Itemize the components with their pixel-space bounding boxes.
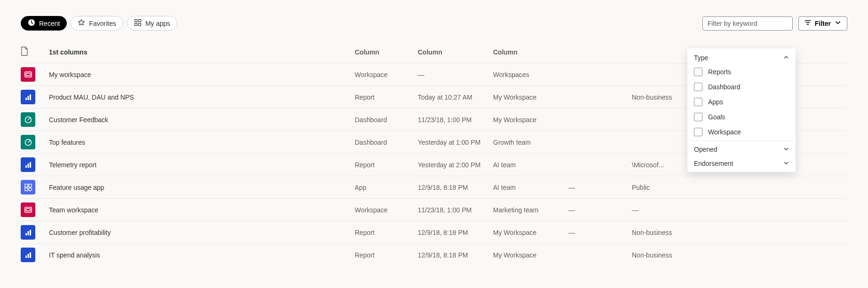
clock-icon xyxy=(28,19,35,28)
svg-rect-23 xyxy=(25,233,27,235)
filter-button[interactable]: Filter xyxy=(798,16,847,31)
right-controls: Filter xyxy=(702,16,847,31)
row-type: Report xyxy=(355,86,418,109)
row-type: Report xyxy=(355,244,418,266)
filter-section-type[interactable]: Type xyxy=(687,50,796,64)
filter-section-label: Endorsement xyxy=(694,160,733,167)
filter-type-option[interactable]: Dashboard xyxy=(687,79,796,94)
checkbox[interactable] xyxy=(694,68,702,76)
row-type: Workspace xyxy=(355,199,418,221)
chevron-down-icon xyxy=(783,160,789,167)
table-row[interactable]: Team workspace Workspace 11/23/18, 1:00 … xyxy=(21,199,847,221)
table-row[interactable]: Feature usage app App 12/9/18, 8:18 PM A… xyxy=(21,176,847,199)
row-icon-cell xyxy=(21,221,49,244)
svg-rect-9 xyxy=(26,73,30,76)
svg-rect-26 xyxy=(25,256,27,258)
row-name[interactable]: Team workspace xyxy=(49,199,355,221)
row-time: Today at 10:27 AM xyxy=(418,86,493,109)
row-time: 11/23/18, 1:00 PM xyxy=(418,109,493,131)
search-input[interactable] xyxy=(702,16,793,31)
filter-option-label: Reports xyxy=(708,68,731,76)
checkbox[interactable] xyxy=(694,83,702,91)
row-name[interactable]: Telemetry report xyxy=(49,154,355,176)
report-icon xyxy=(21,248,35,262)
row-endorsement xyxy=(568,154,632,176)
filter-section-endorsement[interactable]: Endorsement xyxy=(687,156,796,170)
svg-rect-11 xyxy=(27,96,29,100)
svg-rect-3 xyxy=(135,23,137,26)
chevron-up-icon xyxy=(783,54,789,62)
filter-type-option[interactable]: Goals xyxy=(687,109,796,125)
row-type: Report xyxy=(355,221,418,244)
report-icon xyxy=(21,157,35,172)
filter-type-option[interactable]: Workspace xyxy=(687,125,796,140)
dashboard-icon xyxy=(21,135,35,149)
svg-rect-24 xyxy=(27,231,29,235)
svg-rect-16 xyxy=(27,163,29,168)
row-location: AI team xyxy=(493,176,568,199)
table-row[interactable]: IT spend analysis Report 12/9/18, 8:18 P… xyxy=(21,244,847,266)
row-name[interactable]: IT spend analysis xyxy=(49,244,355,266)
checkbox[interactable] xyxy=(694,128,702,136)
filter-icon xyxy=(804,19,811,27)
checkbox[interactable] xyxy=(694,113,702,121)
row-time: 11/23/18, 1:00 PM xyxy=(418,199,493,221)
row-endorsement xyxy=(568,86,632,109)
row-icon-cell xyxy=(21,131,49,154)
svg-rect-19 xyxy=(29,184,32,187)
checkbox[interactable] xyxy=(694,98,702,106)
svg-rect-17 xyxy=(30,162,31,168)
toolbar: Recent Favorites My apps Filter xyxy=(21,16,847,31)
col-time-header[interactable]: Column xyxy=(418,41,493,63)
row-icon-cell xyxy=(21,244,49,266)
row-name[interactable]: Product MAU, DAU and NPS xyxy=(49,86,355,109)
table-row[interactable]: Customer profitability Report 12/9/18, 8… xyxy=(21,221,847,244)
filter-option-label: Dashboard xyxy=(708,83,741,91)
svg-rect-25 xyxy=(30,230,31,235)
row-name[interactable]: Customer Feedback xyxy=(49,109,355,131)
row-sensitivity: Non-business xyxy=(632,221,847,244)
row-sensitivity: — xyxy=(632,199,847,221)
filter-type-option[interactable]: Apps xyxy=(687,94,796,109)
divider xyxy=(687,140,796,141)
col-location-header[interactable]: Column xyxy=(493,41,568,63)
filter-label: Filter xyxy=(815,20,831,27)
filter-section-opened[interactable]: Opened xyxy=(687,142,796,156)
recent-chip[interactable]: Recent xyxy=(21,16,67,31)
row-icon-cell xyxy=(21,86,49,109)
svg-rect-15 xyxy=(25,165,27,168)
filter-section-label: Type xyxy=(694,54,708,62)
svg-rect-27 xyxy=(27,254,29,258)
chip-label: My apps xyxy=(145,20,170,27)
row-time: 12/9/18, 8:18 PM xyxy=(418,221,493,244)
view-chips: Recent Favorites My apps xyxy=(21,16,702,31)
row-location: My Workspace xyxy=(493,86,568,109)
star-icon xyxy=(78,19,85,28)
dashboard-icon xyxy=(21,112,35,127)
row-name[interactable]: My workspace xyxy=(49,63,355,86)
svg-rect-28 xyxy=(30,252,31,258)
col-type-header[interactable]: Column xyxy=(355,41,418,63)
row-time: Yesterday at 2:00 PM xyxy=(418,154,493,176)
row-sensitivity: Non-business xyxy=(632,244,847,266)
row-location: My Workspace xyxy=(493,244,568,266)
row-name[interactable]: Top features xyxy=(49,131,355,154)
row-type: Workspace xyxy=(355,63,418,86)
svg-rect-22 xyxy=(26,209,30,211)
row-name[interactable]: Feature usage app xyxy=(49,176,355,199)
row-icon-cell xyxy=(21,63,49,86)
document-icon xyxy=(21,50,28,57)
chip-label: Favorites xyxy=(89,20,116,27)
row-icon-cell xyxy=(21,154,49,176)
col-name-header[interactable]: 1st columns xyxy=(49,41,355,63)
filter-option-label: Workspace xyxy=(708,128,741,136)
svg-rect-20 xyxy=(25,188,28,191)
chip-label: Recent xyxy=(39,20,60,27)
filter-type-option[interactable]: Reports xyxy=(687,64,796,79)
row-name[interactable]: Customer profitability xyxy=(49,221,355,244)
myapps-chip[interactable]: My apps xyxy=(127,16,177,31)
col-endorsement-header xyxy=(568,41,632,63)
svg-rect-1 xyxy=(135,20,137,22)
row-time: — xyxy=(418,63,493,86)
favorites-chip[interactable]: Favorites xyxy=(71,16,123,31)
